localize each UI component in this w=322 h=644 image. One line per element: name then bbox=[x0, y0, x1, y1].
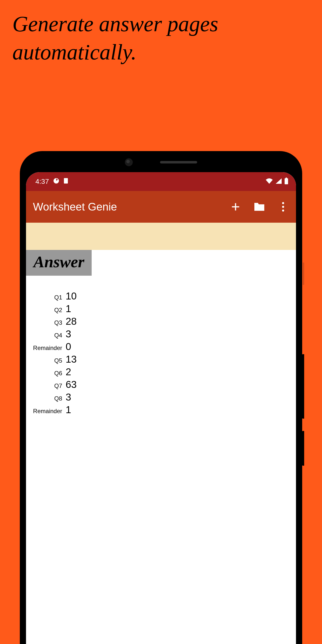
phone-frame: 4:37 bbox=[20, 151, 302, 644]
toolbar-strip bbox=[26, 223, 296, 250]
app-title: Worksheet Genie bbox=[33, 201, 230, 213]
phone-screen: 4:37 bbox=[26, 172, 296, 644]
answer-value: 2 bbox=[66, 366, 71, 378]
folder-icon bbox=[254, 202, 265, 212]
speaker-icon bbox=[160, 161, 197, 164]
answer-value: 1 bbox=[66, 404, 71, 416]
svg-rect-2 bbox=[286, 178, 287, 178]
signal-icon bbox=[275, 178, 282, 185]
answer-label: Q4 bbox=[28, 332, 66, 339]
answer-header-text: Answer bbox=[34, 253, 84, 271]
answer-value: 10 bbox=[66, 290, 77, 302]
answer-row: Remainder 0 bbox=[28, 341, 296, 352]
phone-notch bbox=[26, 157, 296, 167]
answer-row: Q5 13 bbox=[28, 354, 296, 365]
marketing-tagline: Generate answer pages automatically. bbox=[12, 10, 322, 67]
answer-value: 28 bbox=[66, 316, 77, 327]
svg-point-5 bbox=[282, 206, 284, 208]
camera-icon bbox=[125, 158, 133, 166]
svg-rect-1 bbox=[64, 178, 68, 184]
status-time: 4:37 bbox=[36, 178, 49, 186]
answer-row: Q2 1 bbox=[28, 303, 296, 314]
more-options-button[interactable] bbox=[277, 201, 289, 213]
answer-value: 3 bbox=[66, 328, 71, 340]
answer-label: Q8 bbox=[28, 395, 66, 402]
add-button[interactable] bbox=[230, 201, 242, 213]
answer-label: Q2 bbox=[28, 307, 66, 314]
answer-value: 13 bbox=[66, 354, 77, 365]
notification-icon bbox=[53, 178, 60, 186]
status-bar: 4:37 bbox=[26, 172, 296, 191]
answer-section-header: Answer bbox=[26, 250, 92, 276]
answer-label: Q5 bbox=[28, 357, 66, 364]
status-bar-right bbox=[265, 178, 288, 186]
answer-label: Q7 bbox=[28, 382, 66, 389]
content-area[interactable]: Answer Q1 10 Q2 1 Q3 28 Q4 3 bbox=[26, 250, 296, 644]
answer-row: Remainder 1 bbox=[28, 404, 296, 416]
answer-label: Remainder bbox=[28, 408, 66, 415]
answer-row: Q1 10 bbox=[28, 290, 296, 302]
svg-rect-3 bbox=[284, 178, 288, 184]
more-vert-icon bbox=[282, 202, 284, 212]
answer-row: Q3 28 bbox=[28, 316, 296, 327]
wifi-icon bbox=[265, 178, 273, 185]
answer-value: 63 bbox=[66, 379, 77, 390]
plus-icon bbox=[230, 201, 241, 212]
answer-value: 1 bbox=[66, 303, 71, 314]
phone-side-accent bbox=[303, 262, 304, 285]
answer-label: Remainder bbox=[28, 344, 66, 352]
answer-row: Q7 63 bbox=[28, 379, 296, 390]
answer-label: Q6 bbox=[28, 370, 66, 377]
app-bar-actions bbox=[230, 201, 289, 213]
svg-point-4 bbox=[282, 202, 284, 204]
answer-row: Q6 2 bbox=[28, 366, 296, 378]
answer-value: 3 bbox=[66, 392, 71, 403]
answer-label: Q1 bbox=[28, 294, 66, 301]
answers-list: Q1 10 Q2 1 Q3 28 Q4 3 Remainder 0 bbox=[28, 290, 296, 416]
folder-button[interactable] bbox=[254, 201, 265, 213]
sim-icon bbox=[64, 178, 68, 186]
answer-value: 0 bbox=[66, 341, 71, 352]
svg-point-6 bbox=[282, 210, 284, 212]
answer-row: Q4 3 bbox=[28, 328, 296, 340]
answer-row: Q8 3 bbox=[28, 392, 296, 403]
answer-label: Q3 bbox=[28, 319, 66, 326]
battery-icon bbox=[284, 178, 288, 186]
app-bar: Worksheet Genie bbox=[26, 191, 296, 223]
status-bar-left: 4:37 bbox=[34, 178, 68, 186]
